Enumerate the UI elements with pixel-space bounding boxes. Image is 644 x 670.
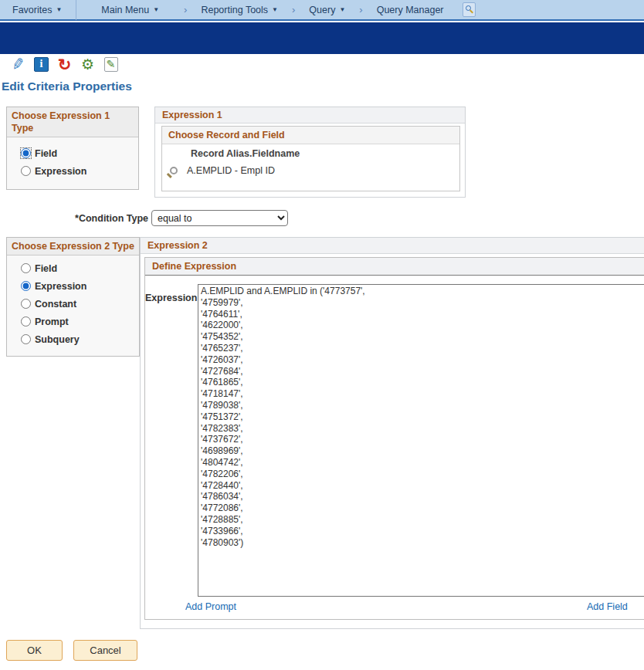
nav-favorites-label: Favorites xyxy=(12,5,52,15)
expr1-type-option-field[interactable]: Field xyxy=(7,144,138,162)
expr2-expression-radio[interactable] xyxy=(21,281,31,291)
breadcrumb-separator: › xyxy=(286,4,301,15)
query-manager-screen: Favorites ▼ Main Menu ▼ › Reporting Tool… xyxy=(0,0,644,670)
breadcrumb-label: Query Manager xyxy=(377,5,444,15)
search-button[interactable] xyxy=(463,2,476,17)
define-expression-title: Define Expression xyxy=(145,258,644,276)
record-field-value: A.EMPLID - Empl ID xyxy=(187,165,275,176)
marker-icon: ✎ xyxy=(10,54,26,75)
expression1-panel-title: Expression 1 xyxy=(155,107,465,124)
search-icon xyxy=(466,5,471,11)
expr2-constant-label[interactable]: Constant xyxy=(35,299,76,310)
expr2-expression-label[interactable]: Expression xyxy=(35,281,86,292)
breadcrumb-label: Reporting Tools xyxy=(201,5,268,15)
expression-field-label: Expression xyxy=(145,293,196,303)
expr2-subquery-label[interactable]: Subquery xyxy=(35,334,80,345)
expr2-type-option-prompt[interactable]: Prompt xyxy=(7,313,139,330)
breadcrumb-separator: › xyxy=(178,4,193,15)
expr2-field-radio[interactable] xyxy=(21,263,31,273)
expression-textarea[interactable]: A.EMPLID and A.EMPLID in ('4773757', '47… xyxy=(198,284,644,597)
breadcrumb-separator: › xyxy=(353,4,368,15)
condition-type-label: *Condition Type xyxy=(0,213,148,224)
record-field-row: A.EMPLID - Empl ID xyxy=(170,165,275,176)
nav-favorites-menu[interactable]: Favorites ▼ xyxy=(0,5,76,15)
add-prompt-link[interactable]: Add Prompt xyxy=(185,601,236,612)
expr2-subquery-radio[interactable] xyxy=(21,334,31,344)
refresh-button[interactable]: ↻ xyxy=(56,56,73,73)
expr1-field-radio[interactable] xyxy=(21,148,31,158)
expr1-expression-radio[interactable] xyxy=(21,166,31,176)
cancel-button[interactable]: Cancel xyxy=(73,640,137,661)
condition-type-select[interactable]: equal to xyxy=(151,210,288,226)
header-band xyxy=(0,22,644,54)
breadcrumb-label: Query xyxy=(309,5,335,15)
expr2-prompt-label[interactable]: Prompt xyxy=(35,316,69,327)
chevron-down-icon: ▼ xyxy=(56,6,62,13)
chevron-down-icon: ▼ xyxy=(153,6,159,13)
expr1-expression-label[interactable]: Expression xyxy=(35,166,86,177)
chevron-down-icon: ▼ xyxy=(272,6,278,13)
gear-icon: ⚙ xyxy=(81,56,94,73)
choose-expression1-type-box: Choose Expression 1 Type Field Expressio… xyxy=(6,107,139,190)
toolbar: ✎ i ↻ ⚙ ✎ xyxy=(10,56,119,73)
expr2-type-option-field[interactable]: Field xyxy=(7,259,139,277)
breadcrumb-query-manager[interactable]: Query Manager xyxy=(369,5,452,15)
info-button[interactable]: i xyxy=(33,56,49,73)
nav-main-menu-label: Main Menu xyxy=(101,5,149,15)
lookup-icon[interactable] xyxy=(170,167,178,174)
expr2-type-option-expression[interactable]: Expression xyxy=(7,277,139,295)
notepad-icon: ✎ xyxy=(104,57,118,72)
define-expression-box: Define Expression Expression A.EMPLID an… xyxy=(144,257,644,620)
expr1-field-label[interactable]: Field xyxy=(35,148,57,159)
expression1-panel: Expression 1 Choose Record and Field Rec… xyxy=(154,107,466,198)
expr2-field-label[interactable]: Field xyxy=(35,263,57,274)
refresh-icon: ↻ xyxy=(58,56,72,73)
chevron-down-icon: ▼ xyxy=(339,6,345,13)
nav-main-menu[interactable]: Main Menu ▼ xyxy=(76,5,178,15)
choose-record-and-field-box: Choose Record and Field Record Alias.Fie… xyxy=(161,126,460,191)
info-icon: i xyxy=(34,57,49,72)
expr2-constant-radio[interactable] xyxy=(21,299,31,309)
breadcrumb-reporting-tools[interactable]: Reporting Tools ▼ xyxy=(193,5,286,15)
ok-button[interactable]: OK xyxy=(6,640,63,661)
record-alias-fieldname-header: Record Alias.Fieldname xyxy=(191,148,300,159)
expr2-type-option-constant[interactable]: Constant xyxy=(7,295,139,313)
notepad-button[interactable]: ✎ xyxy=(103,56,119,73)
choose-expression2-type-title: Choose Expression 2 Type xyxy=(7,238,139,255)
expr2-type-option-subquery[interactable]: Subquery xyxy=(7,330,139,348)
top-navbar: Favorites ▼ Main Menu ▼ › Reporting Tool… xyxy=(0,0,644,21)
settings-button[interactable]: ⚙ xyxy=(80,56,96,73)
page-title: Edit Criteria Properties xyxy=(2,80,132,93)
choose-record-and-field-title: Choose Record and Field xyxy=(162,127,459,144)
breadcrumb-query[interactable]: Query ▼ xyxy=(301,5,353,15)
choose-expression1-type-title: Choose Expression 1 Type xyxy=(7,107,138,137)
expr1-type-option-expression[interactable]: Expression xyxy=(7,162,138,180)
expression2-panel: Expression 2 Define Expression Expressio… xyxy=(140,237,644,629)
add-field-link[interactable]: Add Field xyxy=(587,601,628,612)
expr2-prompt-radio[interactable] xyxy=(21,316,31,327)
choose-expression2-type-box: Choose Expression 2 Type Field Expressio… xyxy=(6,237,140,357)
marker-button[interactable]: ✎ xyxy=(10,56,26,73)
expression2-panel-title: Expression 2 xyxy=(141,238,644,254)
